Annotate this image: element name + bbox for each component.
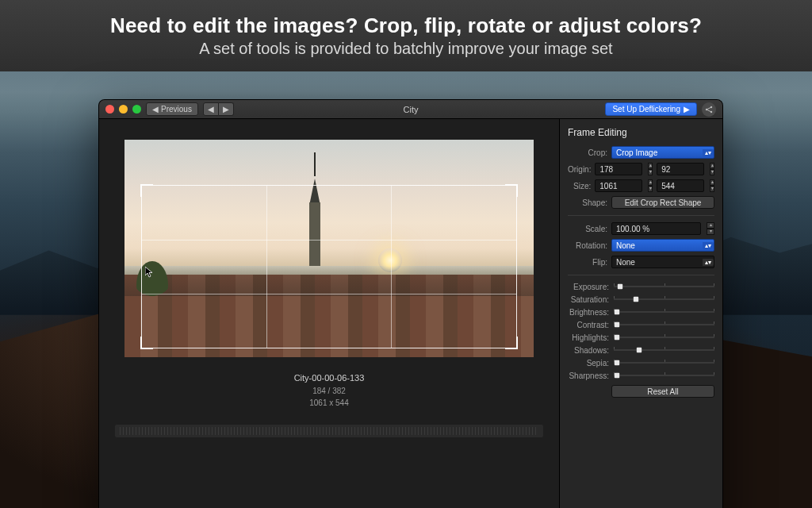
origin-x-stepper[interactable]: ▴▾ xyxy=(648,163,653,175)
rotation-label: Rotation: xyxy=(568,241,607,250)
size-h-field[interactable]: 544 xyxy=(657,179,704,192)
sepia-slider[interactable] xyxy=(614,358,714,368)
timeline[interactable] xyxy=(115,425,543,437)
sidebar: Frame Editing Crop: Crop Image ▴▾ Origin… xyxy=(559,119,722,508)
crop-handle-bl[interactable] xyxy=(140,337,153,349)
crop-handle-tl[interactable] xyxy=(140,184,153,197)
origin-y-stepper[interactable]: ▴▾ xyxy=(710,163,714,175)
highlights-slider[interactable] xyxy=(614,333,714,342)
highlights-label: Highlights: xyxy=(568,333,609,342)
chevron-updown-icon: ▴▾ xyxy=(703,242,714,249)
size-h-stepper[interactable]: ▴▾ xyxy=(710,179,714,192)
size-w-stepper[interactable]: ▴▾ xyxy=(648,179,653,192)
exposure-slider[interactable] xyxy=(614,282,714,291)
promo-headline: Need to edit the images? Crop, flip, rot… xyxy=(110,13,702,38)
titlebar: ◀Previous ◀ ▶ City Set Up Deflickering▶ xyxy=(99,100,722,119)
shadows-slider[interactable] xyxy=(614,345,714,355)
crop-label: Crop: xyxy=(568,148,607,157)
contrast-slider[interactable] xyxy=(614,320,714,329)
crop-mode-select[interactable]: Crop Image ▴▾ xyxy=(611,146,714,159)
exposure-label: Exposure: xyxy=(568,283,609,291)
frame-index: 184 / 382 xyxy=(294,385,365,397)
zoom-icon[interactable] xyxy=(132,105,141,114)
exposure-slider-row: Exposure: xyxy=(568,282,714,291)
edit-crop-shape-button[interactable]: Edit Crop Rect Shape xyxy=(611,196,714,209)
panel-heading: Frame Editing xyxy=(568,127,714,138)
flip-label: Flip: xyxy=(568,258,607,267)
back-button[interactable]: ◀Previous xyxy=(146,102,198,116)
brightness-slider-row: Brightness: xyxy=(568,307,714,317)
sharpness-label: Sharpness: xyxy=(568,371,609,380)
setup-deflickering-label: Set Up Deflickering xyxy=(612,105,680,114)
size-label: Size: xyxy=(568,182,591,190)
origin-y-field[interactable]: 92 xyxy=(657,163,704,175)
crop-rect[interactable] xyxy=(142,186,516,348)
back-button-label: Previous xyxy=(161,105,192,114)
promo-banner: Need to edit the images? Crop, flip, rot… xyxy=(0,0,812,71)
highlights-slider-row: Highlights: xyxy=(568,333,714,342)
app-window: ◀Previous ◀ ▶ City Set Up Deflickering▶ xyxy=(99,100,722,508)
share-button[interactable] xyxy=(702,102,716,117)
chevron-updown-icon: ▴▾ xyxy=(703,149,714,156)
scale-label: Scale: xyxy=(568,225,607,233)
size-w-field[interactable]: 1061 xyxy=(595,179,642,192)
saturation-slider[interactable] xyxy=(614,294,714,304)
origin-label: Origin: xyxy=(568,165,591,174)
next-frame-button[interactable]: ▶ xyxy=(219,102,234,116)
chevron-updown-icon: ▴▾ xyxy=(703,259,714,266)
brightness-label: Brightness: xyxy=(568,308,609,317)
prev-frame-button[interactable]: ◀ xyxy=(203,102,219,116)
saturation-slider-row: Saturation: xyxy=(568,294,714,304)
flip-select[interactable]: None ▴▾ xyxy=(611,256,714,268)
scale-stepper[interactable]: ▴▾ xyxy=(707,222,714,235)
crop-mode-value: Crop Image xyxy=(616,148,657,157)
sharpness-slider[interactable] xyxy=(614,371,714,380)
rotation-select[interactable]: None ▴▾ xyxy=(611,239,714,252)
crop-handle-tr[interactable] xyxy=(505,184,518,197)
minimize-icon[interactable] xyxy=(119,105,128,114)
reset-all-button[interactable]: Reset All xyxy=(611,385,714,398)
nav-segment: ◀ ▶ xyxy=(203,102,234,116)
preview-image[interactable] xyxy=(124,140,534,357)
sepia-slider-row: Sepia: xyxy=(568,358,714,368)
close-icon[interactable] xyxy=(105,105,114,114)
origin-x-field[interactable]: 178 xyxy=(595,163,642,175)
frame-dimensions: 1061 x 544 xyxy=(294,397,365,409)
brightness-slider[interactable] xyxy=(614,307,714,317)
promo-subline: A set of tools is provided to batchly im… xyxy=(199,40,612,58)
file-info: City-00-00-06-133 184 / 382 1061 x 544 xyxy=(294,371,365,409)
saturation-label: Saturation: xyxy=(568,295,609,304)
contrast-slider-row: Contrast: xyxy=(568,320,714,329)
setup-deflickering-button[interactable]: Set Up Deflickering▶ xyxy=(605,102,697,116)
shadows-label: Shadows: xyxy=(568,346,609,355)
canvas-area: City-00-00-06-133 184 / 382 1061 x 544 xyxy=(99,119,559,508)
cursor-icon xyxy=(145,267,153,278)
window-controls xyxy=(105,105,141,114)
crop-handle-br[interactable] xyxy=(505,337,518,349)
sharpness-slider-row: Sharpness: xyxy=(568,371,714,380)
contrast-label: Contrast: xyxy=(568,321,609,329)
shadows-slider-row: Shadows: xyxy=(568,345,714,355)
shape-label: Shape: xyxy=(568,198,607,207)
file-name: City-00-00-06-133 xyxy=(294,371,365,385)
scale-field[interactable]: 100.00 % xyxy=(611,222,701,235)
sepia-label: Sepia: xyxy=(568,359,609,368)
